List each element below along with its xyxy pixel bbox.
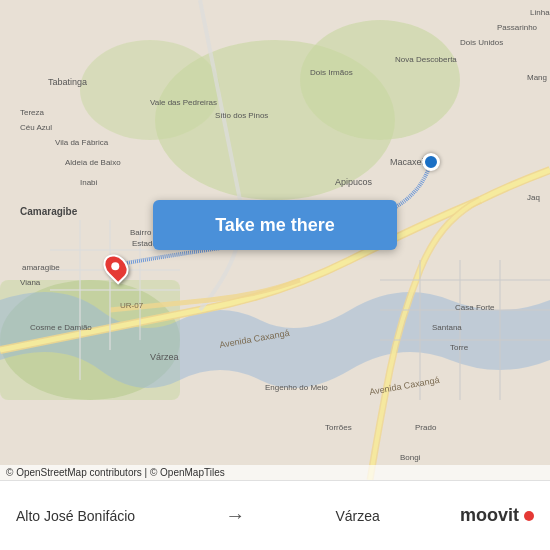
- moovit-brand-text: moovit: [460, 505, 519, 526]
- bottom-bar: Alto José Bonifácio → Várzea moovit: [0, 480, 550, 550]
- svg-text:Linha do: Linha do: [530, 8, 550, 17]
- svg-text:Cosme e Damião: Cosme e Damião: [30, 323, 92, 332]
- svg-text:Céu Azul: Céu Azul: [20, 123, 52, 132]
- destination-marker: [422, 153, 440, 171]
- svg-text:Sítio dos Pinos: Sítio dos Pinos: [215, 111, 268, 120]
- svg-point-3: [80, 40, 220, 140]
- svg-text:Dois Unidos: Dois Unidos: [460, 38, 503, 47]
- moovit-logo: moovit: [460, 505, 534, 526]
- svg-text:Casa Forte: Casa Forte: [455, 303, 495, 312]
- svg-text:Tereza: Tereza: [20, 108, 45, 117]
- take-me-there-button[interactable]: Take me there: [153, 200, 397, 250]
- svg-text:Prado: Prado: [415, 423, 437, 432]
- svg-text:amaragibe: amaragibe: [22, 263, 60, 272]
- route-from-label: Alto José Bonifácio: [16, 508, 135, 524]
- svg-text:Mang: Mang: [527, 73, 547, 82]
- svg-text:Torrões: Torrões: [325, 423, 352, 432]
- svg-text:Dois Irmãos: Dois Irmãos: [310, 68, 353, 77]
- map-container: Avenida Caxangá Avenida Caxangá UR-07 Ta…: [0, 0, 550, 480]
- svg-text:Várzea: Várzea: [150, 352, 179, 362]
- route-to-label: Várzea: [335, 508, 379, 524]
- svg-text:Torre: Torre: [450, 343, 469, 352]
- svg-text:Santana: Santana: [432, 323, 462, 332]
- svg-text:Passarinho: Passarinho: [497, 23, 538, 32]
- origin-marker: [105, 253, 127, 281]
- svg-text:Nova Descoberta: Nova Descoberta: [395, 55, 457, 64]
- route-arrow-icon: →: [225, 504, 245, 527]
- svg-text:Engenho do Meio: Engenho do Meio: [265, 383, 328, 392]
- svg-text:Aldeia de Baixo: Aldeia de Baixo: [65, 158, 121, 167]
- map-copyright: © OpenStreetMap contributors | © OpenMap…: [0, 465, 550, 480]
- moovit-brand-dot: [524, 511, 534, 521]
- svg-text:Inabi: Inabi: [80, 178, 98, 187]
- svg-text:Apipucos: Apipucos: [335, 177, 373, 187]
- svg-point-2: [300, 20, 460, 140]
- svg-text:Vila da Fábrica: Vila da Fábrica: [55, 138, 109, 147]
- svg-text:Jaq: Jaq: [527, 193, 540, 202]
- svg-text:UR-07: UR-07: [120, 301, 144, 310]
- svg-text:Bongi: Bongi: [400, 453, 421, 462]
- svg-text:Camaragibe: Camaragibe: [20, 206, 78, 217]
- svg-text:Vale das Pedreiras: Vale das Pedreiras: [150, 98, 217, 107]
- svg-text:Viana: Viana: [20, 278, 41, 287]
- svg-text:Tabatinga: Tabatinga: [48, 77, 87, 87]
